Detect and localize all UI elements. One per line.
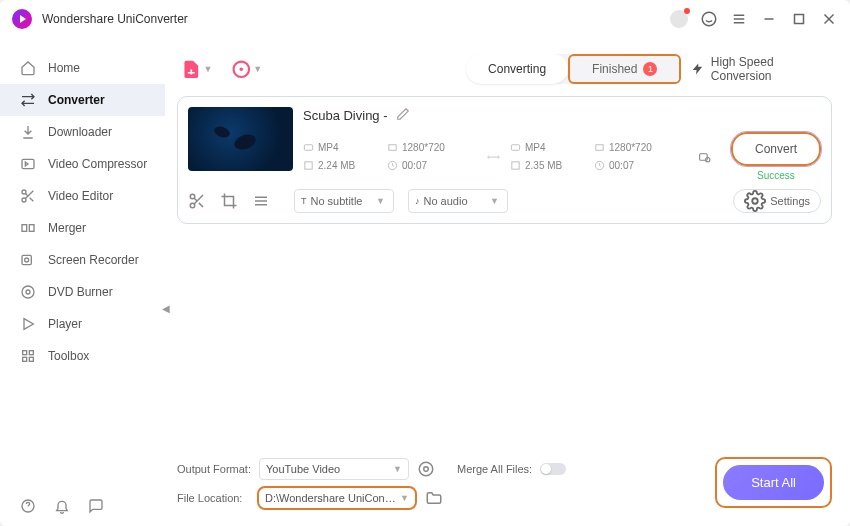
- svg-rect-30: [596, 145, 603, 151]
- audio-select[interactable]: ♪No audio▼: [408, 189, 508, 213]
- resolution-icon: [594, 142, 605, 153]
- close-icon[interactable]: [820, 10, 838, 28]
- svg-rect-26: [389, 145, 396, 151]
- open-folder-icon[interactable]: [425, 489, 443, 507]
- format-settings-icon[interactable]: [417, 460, 435, 478]
- sidebar-item-label: Toolbox: [48, 349, 89, 363]
- svg-point-40: [753, 198, 759, 204]
- lightning-icon: [691, 62, 704, 76]
- clock-icon: [387, 160, 398, 171]
- feedback-icon[interactable]: [88, 498, 104, 514]
- tab-converting[interactable]: Converting: [466, 54, 568, 84]
- footer: Output Format: YouTube Video▼ Merge All …: [177, 450, 832, 510]
- svg-point-35: [190, 194, 195, 199]
- svg-rect-12: [29, 225, 34, 232]
- sidebar-item-label: Video Editor: [48, 189, 113, 203]
- edit-icon[interactable]: [396, 107, 410, 124]
- sidebar-item-dvd[interactable]: DVD Burner: [0, 276, 165, 308]
- svg-rect-18: [23, 351, 27, 355]
- svg-point-41: [424, 467, 429, 472]
- source-meta: MP4 1280*720 2.24 MB 00:07: [303, 140, 477, 174]
- arrow-icon: [487, 148, 500, 166]
- output-settings-icon[interactable]: [698, 146, 711, 168]
- add-disc-button[interactable]: ▼: [227, 55, 267, 84]
- add-file-button[interactable]: ▼: [177, 55, 217, 84]
- sidebar-item-compressor[interactable]: Video Compressor: [0, 148, 165, 180]
- scissors-icon: [20, 188, 36, 204]
- svg-rect-5: [795, 15, 804, 24]
- maximize-icon[interactable]: [790, 10, 808, 28]
- svg-rect-13: [22, 255, 31, 264]
- account-icon[interactable]: [670, 10, 688, 28]
- download-icon: [20, 124, 36, 140]
- svg-point-14: [25, 258, 29, 262]
- sidebar-item-recorder[interactable]: Screen Recorder: [0, 244, 165, 276]
- sidebar-item-downloader[interactable]: Downloader: [0, 116, 165, 148]
- finished-count-badge: 1: [643, 62, 657, 76]
- sidebar-item-home[interactable]: Home: [0, 52, 165, 84]
- file-location-select[interactable]: D:\Wondershare UniConverter▼: [257, 486, 417, 510]
- svg-rect-19: [29, 351, 33, 355]
- sidebar-item-merger[interactable]: Merger: [0, 212, 165, 244]
- sidebar-item-label: Screen Recorder: [48, 253, 139, 267]
- svg-rect-27: [305, 162, 312, 169]
- svg-point-0: [702, 12, 716, 26]
- sidebar-item-label: Downloader: [48, 125, 112, 139]
- app-logo: [12, 9, 32, 29]
- sidebar-item-player[interactable]: Player: [0, 308, 165, 340]
- settings-button[interactable]: Settings: [733, 189, 821, 213]
- output-format-label: Output Format:: [177, 463, 251, 475]
- sidebar-item-toolbox[interactable]: Toolbox: [0, 340, 165, 372]
- sidebar-item-converter[interactable]: Converter: [0, 84, 165, 116]
- target-meta: MP4 1280*720 2.35 MB 00:07: [510, 140, 684, 174]
- hsc-label: High Speed Conversion: [711, 55, 832, 83]
- tab-finished[interactable]: Finished1: [568, 54, 681, 84]
- svg-point-24: [239, 67, 242, 70]
- tab-label: Finished: [592, 62, 637, 76]
- toolbox-icon: [20, 348, 36, 364]
- svg-rect-21: [29, 357, 33, 361]
- clock-icon: [594, 160, 605, 171]
- tab-label: Converting: [488, 62, 546, 76]
- app-title: Wondershare UniConverter: [42, 12, 188, 26]
- task-card: Scuba Diving - MP4 1280*720 2.24 MB 00:0…: [177, 96, 832, 224]
- dvd-icon: [20, 284, 36, 300]
- high-speed-conversion-toggle[interactable]: High Speed Conversion: [691, 55, 832, 83]
- sidebar-item-label: Merger: [48, 221, 86, 235]
- sidebar-item-label: Video Compressor: [48, 157, 147, 171]
- home-icon: [20, 60, 36, 76]
- merge-toggle[interactable]: [540, 463, 566, 475]
- svg-point-10: [22, 198, 26, 202]
- subtitle-select[interactable]: TNo subtitle▼: [294, 189, 394, 213]
- start-all-highlight: Start All: [715, 457, 832, 508]
- minimize-icon[interactable]: [760, 10, 778, 28]
- menu-icon[interactable]: [730, 10, 748, 28]
- video-icon: [510, 142, 521, 153]
- trim-icon[interactable]: [188, 192, 206, 210]
- output-format-select[interactable]: YouTube Video▼: [259, 458, 409, 480]
- sidebar-item-editor[interactable]: Video Editor: [0, 180, 165, 212]
- crop-icon[interactable]: [220, 192, 238, 210]
- help-icon[interactable]: [20, 498, 36, 514]
- effects-icon[interactable]: [252, 192, 270, 210]
- titlebar: Wondershare UniConverter: [0, 0, 850, 38]
- converter-icon: [20, 92, 36, 108]
- file-location-label: File Location:: [177, 492, 249, 504]
- status-label: Success: [757, 170, 795, 181]
- svg-rect-20: [23, 357, 27, 361]
- sidebar-item-label: DVD Burner: [48, 285, 113, 299]
- start-all-button[interactable]: Start All: [723, 465, 824, 500]
- sidebar: Home Converter Downloader Video Compress…: [0, 38, 165, 526]
- sidebar-item-label: Home: [48, 61, 80, 75]
- task-title: Scuba Diving -: [303, 108, 388, 123]
- sidebar-item-label: Player: [48, 317, 82, 331]
- bell-icon[interactable]: [54, 498, 70, 514]
- support-icon[interactable]: [700, 10, 718, 28]
- collapse-sidebar-icon[interactable]: ◀: [159, 296, 173, 320]
- resolution-icon: [387, 142, 398, 153]
- convert-button[interactable]: Convert: [731, 132, 821, 166]
- size-icon: [510, 160, 521, 171]
- merger-icon: [20, 220, 36, 236]
- merge-label: Merge All Files:: [457, 463, 532, 475]
- video-thumbnail[interactable]: [188, 107, 293, 171]
